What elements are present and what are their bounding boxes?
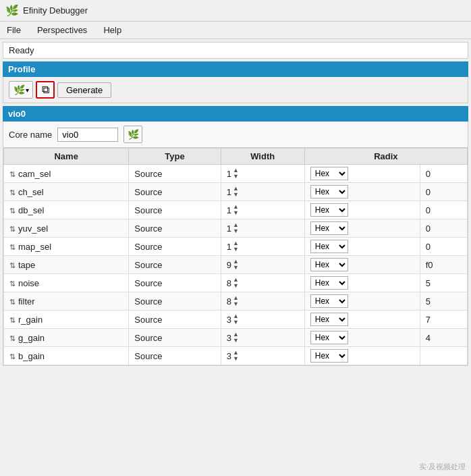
cell-width: 8▲▼ (221, 274, 304, 292)
cell-value: 0 (420, 183, 467, 201)
radix-select[interactable]: HexDecBinOct (310, 294, 348, 308)
menu-file[interactable]: File (4, 24, 24, 36)
title-bar: 🌿 Efinity Debugger (0, 0, 471, 22)
cell-radix: HexDecBinOct (304, 165, 420, 183)
cell-width: 9▲▼ (221, 256, 304, 274)
generate-button[interactable]: Generate (57, 82, 111, 98)
cell-name: ⇅g_gain (4, 329, 129, 347)
row-sort-icon: ⇅ (9, 334, 16, 342)
cell-radix: HexDecBinOct (304, 329, 420, 347)
row-sort-icon: ⇅ (9, 261, 16, 269)
table-row: ⇅yuv_selSource1▲▼HexDecBinOct0 (4, 219, 468, 238)
radix-select[interactable]: HexDecBinOct (310, 167, 348, 180)
app-icon: 🌿 (5, 4, 19, 17)
width-spinner[interactable]: ▲▼ (233, 259, 239, 271)
row-sort-icon: ⇅ (9, 188, 16, 196)
width-spinner[interactable]: ▲▼ (233, 313, 239, 325)
cell-width: 1▲▼ (221, 238, 304, 256)
width-spinner[interactable]: ▲▼ (233, 186, 239, 198)
core-name-label: Core name (9, 130, 52, 140)
menu-perspectives[interactable]: Perspectives (34, 24, 90, 36)
cell-radix: HexDecBinOct (304, 256, 420, 274)
cell-name: ⇅db_sel (4, 201, 129, 219)
cell-type: Source (129, 347, 221, 365)
cell-value: 0 (420, 238, 467, 256)
width-value: 1 (227, 187, 231, 197)
radix-select[interactable]: HexDecBinOct (310, 221, 348, 235)
row-sort-icon: ⇅ (9, 316, 16, 324)
table-row: ⇅noiseSource8▲▼HexDecBinOct5 (4, 274, 468, 292)
table-row: ⇅map_selSource1▲▼HexDecBinOct0 (4, 238, 468, 256)
col-header-name: Name (4, 149, 129, 165)
width-value: 3 (227, 333, 231, 343)
radix-select[interactable]: HexDecBinOct (310, 185, 348, 199)
row-sort-icon: ⇅ (9, 207, 16, 215)
width-spinner[interactable]: ▲▼ (233, 222, 239, 234)
radix-select[interactable]: HexDecBinOct (310, 203, 348, 217)
cell-value: 0 (420, 219, 467, 238)
profile-toolbar: 🌿 ▾ ⧉ Generate (3, 77, 468, 103)
width-spinner[interactable]: ▲▼ (233, 295, 239, 307)
width-spinner[interactable]: ▲▼ (233, 240, 239, 253)
cell-name: ⇅yuv_sel (4, 219, 129, 238)
cell-type: Source (129, 238, 221, 256)
width-spinner[interactable]: ▲▼ (233, 277, 239, 289)
radix-select[interactable]: HexDecBinOct (310, 349, 348, 363)
cell-value: f0 (420, 256, 467, 274)
menu-bar: File Perspectives Help (0, 22, 471, 39)
col-header-type: Type (129, 149, 221, 165)
cell-name: ⇅filter (4, 292, 129, 311)
row-sort-icon: ⇅ (9, 280, 16, 288)
cell-value: 5 (420, 292, 467, 311)
cell-name: ⇅r_gain (4, 311, 129, 329)
copy-button[interactable]: ⧉ (36, 81, 55, 99)
width-spinner[interactable]: ▲▼ (233, 167, 239, 180)
copy-icon: ⧉ (42, 84, 49, 96)
col-header-radix: Radix (304, 149, 467, 165)
dropdown-arrow-icon: ▾ (26, 86, 29, 94)
width-value: 3 (227, 315, 231, 325)
cell-name: ⇅map_sel (4, 238, 129, 256)
signal-table: Name Type Width Radix ⇅cam_selSource1▲▼H… (3, 148, 468, 365)
width-value: 1 (227, 205, 231, 215)
cell-radix: HexDecBinOct (304, 183, 420, 201)
width-value: 3 (227, 351, 231, 361)
cell-value: 0 (420, 201, 467, 219)
cell-type: Source (129, 219, 221, 238)
profile-section-header: Profile (3, 61, 468, 77)
cell-value (420, 347, 467, 365)
debug-icon: 🌿 (128, 129, 139, 140)
radix-select[interactable]: HexDecBinOct (310, 331, 348, 344)
vio-section-header: vio0 (3, 106, 468, 122)
table-row: ⇅filterSource8▲▼HexDecBinOct5 (4, 292, 468, 311)
cell-radix: HexDecBinOct (304, 201, 420, 219)
width-spinner[interactable]: ▲▼ (233, 332, 239, 344)
cell-width: 1▲▼ (221, 219, 304, 238)
table-row: ⇅g_gainSource3▲▼HexDecBinOct4 (4, 329, 468, 347)
add-debug-button[interactable]: 🌿 ▾ (9, 81, 33, 99)
menu-help[interactable]: Help (101, 24, 124, 36)
width-value: 1 (227, 242, 231, 252)
width-spinner[interactable]: ▲▼ (233, 204, 239, 216)
cell-value: 4 (420, 329, 467, 347)
cell-radix: HexDecBinOct (304, 347, 420, 365)
row-sort-icon: ⇅ (9, 298, 16, 306)
cell-width: 3▲▼ (221, 347, 304, 365)
table-row: ⇅cam_selSource1▲▼HexDecBinOct0 (4, 165, 468, 183)
core-name-input[interactable] (57, 128, 118, 142)
table-row: ⇅tapeSource9▲▼HexDecBinOctf0 (4, 256, 468, 274)
cell-name: ⇅cam_sel (4, 165, 129, 183)
radix-select[interactable]: HexDecBinOct (310, 276, 348, 290)
row-sort-icon: ⇅ (9, 170, 16, 178)
cell-name: ⇅ch_sel (4, 183, 129, 201)
radix-select[interactable]: HexDecBinOct (310, 313, 348, 326)
cell-value: 7 (420, 311, 467, 329)
core-debug-icon-button[interactable]: 🌿 (123, 126, 142, 143)
cell-radix: HexDecBinOct (304, 311, 420, 329)
width-value: 9 (227, 260, 231, 270)
cell-width: 1▲▼ (221, 201, 304, 219)
cell-width: 1▲▼ (221, 165, 304, 183)
radix-select[interactable]: HexDecBinOct (310, 258, 348, 271)
width-spinner[interactable]: ▲▼ (233, 350, 239, 362)
radix-select[interactable]: HexDecBinOct (310, 240, 348, 253)
